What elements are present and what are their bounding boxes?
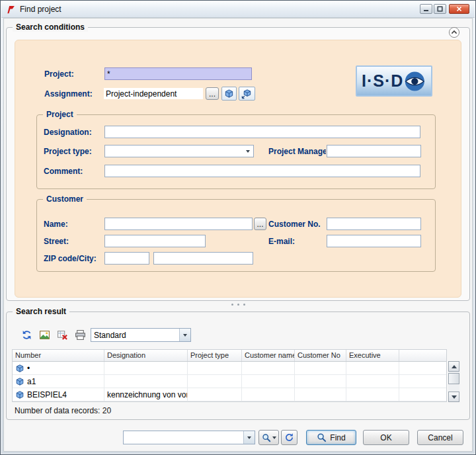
project-type-combo[interactable] [104,145,254,157]
print-button[interactable] [72,327,89,343]
email-input[interactable] [327,235,421,247]
chevron-up-icon [448,26,460,38]
comment-input[interactable] [104,165,420,177]
cell-designation: kennzeichnung von von [104,388,188,401]
scroll-up-button[interactable] [448,361,459,372]
cell-number: • [13,362,104,374]
project-group-title: Project [43,110,77,119]
table-header: Number Designation Project type Customer… [13,350,446,362]
assignment-project-button[interactable] [221,87,237,101]
column-label: Customer name [245,351,295,359]
ok-button[interactable]: OK [363,430,409,445]
customer-name-label: Name: [44,220,68,229]
project-group: Project Designation: Project type: Proje… [36,114,436,189]
column-label: Number [15,351,41,359]
app-icon [6,5,16,15]
search-conditions-group: Search conditions Project: I·S·D Assignm… [6,27,470,301]
column-header-project-type[interactable]: Project type [188,350,242,361]
column-label: Executive [349,351,381,359]
refresh-results-button[interactable] [19,327,35,343]
column-header-customer-name[interactable]: Customer name [242,350,295,361]
project-cube-icon [224,89,234,99]
assignment-field[interactable] [103,87,204,100]
find-button[interactable]: Find [306,430,356,445]
quick-search-combo[interactable] [123,431,255,444]
cell-customer-no [295,362,346,374]
vertical-scrollbar[interactable] [448,361,459,402]
find-button-label: Find [330,433,345,442]
email-label: E-mail: [268,237,295,246]
customer-name-input[interactable] [104,218,253,230]
project-cube-icon [15,390,24,399]
customer-no-input[interactable] [327,218,421,230]
column-label: Customer No [298,351,340,359]
delete-result-button[interactable] [54,327,71,343]
cell-number: BEISPIEL4 [13,388,104,401]
scroll-thumb[interactable] [448,373,459,384]
splitter-handle[interactable] [1,302,475,306]
close-button[interactable] [449,4,469,14]
project-cube-icon [15,364,24,373]
project-input[interactable] [104,67,252,80]
cell-text: • [27,364,30,373]
cell-project-type [188,362,242,374]
cell-text: kennzeichnung von von [107,390,188,399]
table-row[interactable]: BEISPIEL4 kennzeichnung von von [13,388,446,401]
search-result-group: Search result [6,311,470,420]
table-row[interactable]: • [13,362,446,375]
column-header-customer-no[interactable]: Customer No [295,350,346,361]
project-manager-label: Project Manager: [268,147,326,156]
table-row[interactable]: a1 [13,375,446,388]
city-input[interactable] [153,252,253,265]
assignment-structure-button[interactable] [239,87,255,101]
search-options-button[interactable] [258,430,279,445]
column-header-number[interactable]: Number [13,350,104,361]
cell-project-type [188,388,242,401]
project-manager-input[interactable] [327,145,421,157]
project-label: Project: [44,69,74,79]
preview-button[interactable] [36,327,53,343]
zip-input[interactable] [104,252,149,265]
isd-logo-text: I·S·D [362,71,403,91]
magnifier-icon [317,433,327,442]
cell-filler [399,362,446,374]
column-header-designation[interactable]: Designation [104,350,188,361]
cell-text: a1 [27,377,36,386]
splitter-dot [237,304,239,306]
column-header-executive[interactable]: Executive [346,350,399,361]
maximize-button[interactable] [434,4,446,14]
titlebar[interactable]: Find project [1,1,475,18]
minimize-button[interactable] [420,4,432,14]
eye-icon [403,69,426,94]
scroll-down-button[interactable] [448,392,459,402]
result-preset-value: Standard [91,331,126,340]
preset-dropdown-button[interactable] [179,329,190,341]
project-cube-structure-icon [241,89,253,99]
customer-browse-button[interactable]: ... [254,218,266,230]
customer-group: Customer Name: ... Customer No. Street: … [36,199,436,272]
ok-button-label: OK [380,433,391,442]
conditions-panel: Project: I·S·D Assignment: ... [15,40,461,298]
cell-number: a1 [13,375,104,388]
customer-group-title: Customer [43,194,87,204]
chevron-down-icon [247,436,251,439]
street-input[interactable] [104,235,206,247]
preview-icon [39,329,50,341]
find-project-window: Find project Search conditions Project: … [0,0,476,455]
cell-customer-no [295,388,346,401]
cell-executive [346,375,399,388]
maximize-icon [437,6,443,12]
assignment-label: Assignment: [44,89,93,99]
collapse-button[interactable] [448,26,460,38]
result-preset-combo[interactable]: Standard [91,328,191,342]
assignment-browse-button[interactable]: ... [206,87,219,100]
cancel-button[interactable]: Cancel [417,430,463,445]
quick-search-dropdown-button[interactable] [243,431,255,444]
cell-project-type [188,375,242,388]
cell-customer-name [242,388,295,401]
designation-label: Designation: [44,128,92,137]
cell-filler [399,388,446,401]
cell-designation [104,375,188,388]
refresh-search-button[interactable] [281,430,298,445]
designation-input[interactable] [104,126,420,138]
